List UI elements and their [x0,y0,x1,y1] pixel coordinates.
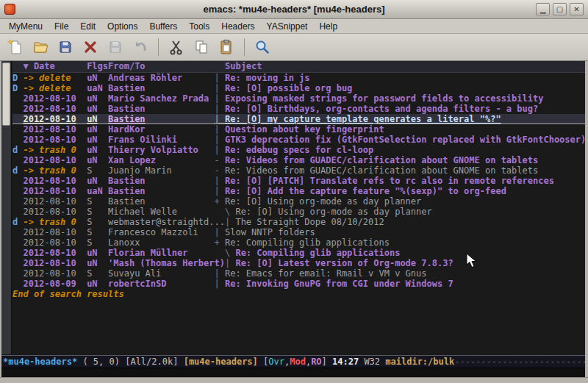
message-from: robertcInSD [108,279,214,289]
message-flags: uN [87,73,108,83]
message-row[interactable]: d -> trash 0 S Juanjo Marin - Re: Videos… [12,165,585,176]
menu-item[interactable]: Options [101,20,143,33]
message-row[interactable]: 2012-08-10 uN Bastien | Re: [O] my captu… [12,114,585,124]
modeline-segment: ( 5, 0) [77,356,125,368]
thread-connector: | [215,124,225,135]
modeline[interactable]: *mu4e-headers* ( 5, 0) [All/2.0k] [mu4e-… [1,355,585,368]
copy-button[interactable] [190,36,212,58]
modeline-segment: ] [322,356,332,368]
close-button[interactable]: ✕ [570,3,584,15]
message-flags: uN [87,124,108,135]
message-row[interactable]: 2012-08-10 S Francesco Mazzoli | Slow NN… [12,227,585,237]
modeline-segment: *mu4e-headers* [3,356,77,368]
message-row[interactable]: 2012-08-10 S Suvayu Ali | Re: Emacs for … [12,268,585,279]
thread-connector: - [215,155,225,165]
message-row[interactable]: 2012-08-10 uaN Bastien | Re: [O] Add the… [12,186,585,196]
mark-prefix [12,279,23,289]
column-flags[interactable]: Flgs [87,61,108,72]
message-date: 2012-08-10 [23,104,76,114]
menu-item[interactable]: MyMenu [3,20,49,33]
column-from[interactable]: From/To [108,61,214,72]
message-flags: uN [87,155,108,165]
modeline-segment: [ [263,356,268,368]
message-from: Juanjo Marin [108,165,214,176]
thread-connector: + [215,196,225,207]
save-as-button[interactable] [104,36,126,58]
scrollbar-thumb[interactable] [2,62,10,126]
message-flags: uN [87,93,108,104]
column-date[interactable]: ▼ Date [23,61,87,72]
save-buffer-button[interactable] [54,36,76,58]
titlebar[interactable]: emacs: *mu4e-headers* [mu4e-headers] ▁ ▢… [0,0,588,19]
message-row[interactable]: 2012-08-09 uN robertcInSD | Re: Invoking… [12,279,585,289]
message-date: 2012-08-10 [23,248,76,258]
message-row[interactable]: 2012-08-10 S Michael Welle \ Re: [O] Usi… [12,207,585,217]
modeline-segment: maildir:/bulk [385,356,454,368]
menu-item[interactable]: Help [313,20,343,33]
modeline-segment: ----------------------------------------… [454,356,585,368]
message-date: 2012-08-10 [23,114,76,124]
menu-item[interactable]: Headers [215,20,260,33]
message-row[interactable]: 2012-08-10 uN Xan Lopez - Re: Videos fro… [12,155,585,165]
message-row[interactable]: 2012-08-10 S Lanoxx + Re: Compiling glib… [12,237,585,248]
message-from: Suvayu Ali [108,268,214,279]
copy-icon [193,39,209,55]
message-from: Andreas Röhler [108,73,214,83]
scrollbar[interactable] [1,61,12,354]
menu-item[interactable]: Buffers [143,20,183,33]
message-row[interactable]: 2012-08-10 uN Mario Sanchez Prada | Expo… [12,93,585,104]
modeline-segment: , [284,356,290,368]
undo-icon [132,39,148,55]
thread-connector: | [215,114,225,124]
message-subject: GTK3 deprecation fix (GtkFontSelection r… [225,135,585,145]
minimize-button[interactable]: ▁ [536,3,550,15]
message-row[interactable]: 2012-08-10 uN Bastien | Re: [O] Birthday… [12,104,585,114]
modeline-segment: , [306,356,311,368]
column-subject[interactable]: Subject [225,61,585,72]
message-row[interactable]: 2012-08-10 uN 'Mash (Thomas Herbert) | R… [12,258,585,268]
message-row[interactable]: D -> delete uN Andreas Röhler | Re: movi… [12,73,585,83]
message-subject: Re: [O] Using org-mode as day planner [235,207,585,217]
message-flags: uN [87,248,108,258]
new-file-button[interactable] [4,36,26,58]
message-from: Bastien [108,83,214,93]
emacs-window: ▼ Date Flgs From/To Subject D -> delete … [0,61,588,377]
message-row[interactable]: 2012-08-10 S Bastien + Re: [O] Using org… [12,196,585,207]
message-flags: S [87,227,108,237]
cut-button[interactable] [165,36,187,58]
empty-buffer-space [1,299,585,355]
message-row[interactable]: 2012-08-10 uN Frans Oilinki | GTK3 depre… [12,135,585,145]
modeline-segment: Ovr [268,356,284,368]
mark-prefix [12,114,23,124]
menu-item[interactable]: Edit [74,20,101,33]
message-date: 2012-08-10 [23,237,76,248]
modeline-segment: [mu4e-headers] [184,356,263,368]
thread-connector: | [225,258,235,268]
message-row[interactable]: d -> trash 0 uN Thierry Volpiatto | Re: … [12,145,585,155]
undo-button[interactable] [129,36,151,58]
kill-buffer-button[interactable] [79,36,101,58]
message-date: 2012-08-10 [23,196,76,207]
mark-prefix: D [12,83,23,93]
menu-item[interactable]: Tools [183,20,215,33]
message-subject: Re: [O] Add the capture feature "%(sexp)… [225,186,585,196]
maximize-button[interactable]: ▢ [553,3,567,15]
mark-prefix: D [12,73,23,83]
search-button[interactable] [251,36,273,58]
message-row[interactable]: 2012-08-10 uN Florian Müllner \ Re: Comp… [12,248,585,258]
message-flags: S [87,237,108,248]
message-row[interactable]: 2012-08-10 uN Bastien | Re: [O] [PATCH] … [12,176,585,186]
echo-area[interactable] [1,368,585,377]
menu-item[interactable]: File [49,20,74,33]
thread-connector: | [215,186,225,196]
message-row[interactable]: D -> delete uaN Bastien | Re: [O] possib… [12,83,585,93]
message-row[interactable]: d -> trash 0 S webmaster@straightd... | … [12,217,585,227]
paste-button[interactable] [215,36,237,58]
open-file-button[interactable] [29,36,51,58]
menu-item[interactable]: YASnippet [261,20,314,33]
thread-connector: | [215,73,225,83]
cut-icon [168,39,184,55]
save-as-icon [107,39,123,55]
mark-prefix [12,104,23,114]
message-row[interactable]: 2012-08-10 uN HardKor | Question about k… [12,124,585,135]
